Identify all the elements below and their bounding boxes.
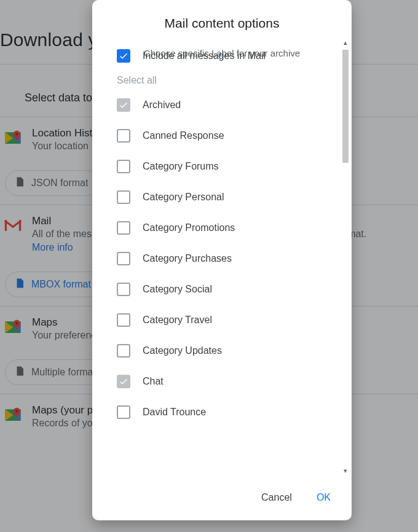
label-row[interactable]: Category Forums [117, 151, 327, 182]
label-row[interactable]: Category Updates [117, 335, 327, 366]
label-row[interactable]: Category Social [117, 274, 327, 305]
label-text: Archived [143, 100, 181, 111]
label-checkbox[interactable] [117, 190, 130, 204]
include-all-checkbox[interactable] [117, 49, 130, 63]
scrollbar[interactable]: ▴ ▾ [341, 36, 350, 477]
label-row[interactable]: Category Purchases [117, 243, 327, 274]
label-text: Category Updates [143, 345, 222, 356]
include-all-label: Include all messages in Mail [143, 50, 266, 61]
dialog-actions: Cancel OK [92, 479, 352, 520]
select-all-link[interactable]: Select all [117, 71, 327, 90]
label-text: Category Social [143, 284, 212, 295]
cancel-button[interactable]: Cancel [258, 490, 296, 506]
scroll-down-icon[interactable]: ▾ [341, 466, 350, 475]
label-text: Category Forums [143, 161, 219, 172]
dialog-title: Mail content options [92, 0, 352, 34]
ok-button[interactable]: OK [313, 490, 334, 506]
label-row[interactable]: Archived [117, 90, 327, 120]
mail-content-options-dialog: Mail content options Choose specific Lab… [92, 0, 352, 520]
label-text: Category Personal [143, 192, 224, 203]
label-checkbox[interactable] [117, 252, 130, 265]
scroll-up-icon[interactable]: ▴ [341, 38, 350, 47]
label-checkbox[interactable] [117, 129, 130, 143]
label-text: Category Travel [143, 315, 212, 326]
label-row[interactable]: David Trounce [117, 397, 327, 428]
label-row[interactable]: Category Promotions [117, 213, 327, 243]
label-checkbox[interactable] [117, 313, 130, 327]
label-row[interactable]: Canned Response [117, 120, 327, 151]
label-row[interactable]: Category Travel [117, 305, 327, 335]
label-checkbox[interactable] [117, 160, 130, 173]
label-row[interactable]: Category Personal [117, 182, 327, 213]
include-all-row[interactable]: Include all messages in Mail [117, 41, 327, 71]
label-checkbox[interactable] [117, 405, 130, 419]
label-text: Category Promotions [143, 222, 235, 233]
labels-scroll-area: Include all messages in Mail Select all … [92, 34, 352, 479]
label-row[interactable]: Chat [117, 366, 327, 397]
label-text: Canned Response [143, 130, 224, 141]
label-checkbox[interactable] [117, 283, 130, 296]
label-checkbox [117, 375, 130, 388]
scroll-thumb[interactable] [342, 50, 349, 163]
label-checkbox [117, 98, 130, 112]
label-text: Category Purchases [143, 253, 232, 264]
label-checkbox[interactable] [117, 344, 130, 358]
label-text: David Trounce [143, 407, 206, 418]
label-text: Chat [143, 376, 164, 387]
label-checkbox[interactable] [117, 221, 130, 235]
